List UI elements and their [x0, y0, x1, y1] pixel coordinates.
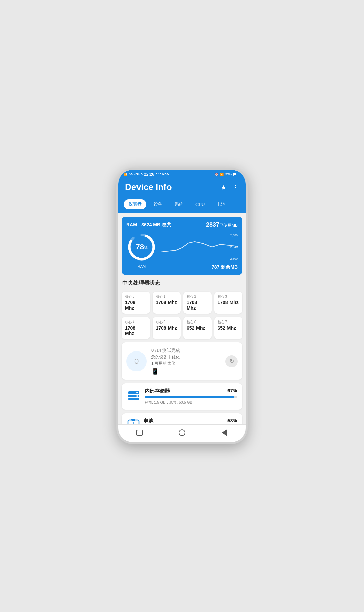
- signal-icon: 📶: [124, 173, 127, 176]
- opt-phone-icon: 📱: [151, 368, 221, 375]
- battery-card: 电池 53% 电压: 3684mV，温度: 26 °C: [122, 413, 242, 424]
- ram-header: RAM - 3624 MB 总共 2837已使用MB: [126, 221, 238, 228]
- cpu-core-2: 核心 2 1708Mhz: [183, 292, 212, 314]
- ram-used: 2837已使用MB: [206, 221, 238, 228]
- recent-apps-button[interactable]: [135, 428, 144, 437]
- svg-point-5: [136, 392, 138, 393]
- ram-body: 78% RAM 2,880 2,840 2,800: [126, 232, 238, 262]
- cpu-core-6: 核心 6 652 Mhz: [183, 317, 212, 339]
- cpu-core-3: 核心 3 1708 Mhz: [214, 292, 243, 314]
- ram-gauge: 78% RAM: [126, 232, 157, 262]
- favorite-icon[interactable]: ★: [221, 183, 227, 191]
- svg-rect-4: [128, 398, 139, 400]
- battery-pct: 53%: [225, 173, 232, 176]
- svg-point-6: [136, 395, 138, 397]
- network-type: 4G: [129, 173, 133, 176]
- storage-name: 内部存储器 97%: [145, 388, 237, 394]
- storage-info: 内部存储器 97% 释放: 1.5 GB，总共: 50.5 GB: [145, 388, 237, 405]
- battery-name: 电池 53%: [143, 418, 237, 424]
- cpu-section-title: 中央处理器状态: [122, 278, 242, 288]
- tab-device[interactable]: 设备: [149, 199, 167, 209]
- opt-desc2: 1 可用的优化: [151, 361, 221, 366]
- opt-info: 0 /14 测试完成 您的设备未优化 1 可用的优化 📱: [151, 347, 221, 375]
- cpu-core-1: 核心 1 1708 Mhz: [153, 292, 181, 314]
- recent-apps-icon: [136, 430, 143, 436]
- status-right: ⏰ 📶 53%: [215, 173, 240, 176]
- battery-icon-large: [127, 418, 139, 424]
- tab-battery[interactable]: 电池: [212, 199, 230, 209]
- ram-chart: 2,880 2,840 2,800: [161, 234, 238, 261]
- alarm-icon: ⏰: [215, 173, 218, 176]
- storage-fill: [145, 396, 234, 398]
- refresh-button[interactable]: ↻: [225, 355, 238, 367]
- status-bar: 📶 4G 4GHD 22:26 0.10 KB/s ⏰ 📶 53%: [118, 170, 246, 178]
- tab-bar: 仪表盘 设备 系统 CPU 电池: [118, 196, 246, 213]
- home-button[interactable]: [177, 428, 187, 437]
- tab-cpu[interactable]: CPU: [191, 200, 209, 209]
- optimization-card: 0 0 /14 测试完成 您的设备未优化 1 可用的优化 📱 ↻: [122, 342, 242, 380]
- cpu-core-7: 核心 7 652 Mhz: [214, 317, 243, 339]
- cpu-core-0: 核心 0 1708Mhz: [122, 292, 150, 314]
- battery-indicator: [233, 173, 240, 176]
- ram-percent: 78%: [135, 243, 147, 251]
- svg-marker-10: [132, 421, 135, 424]
- tab-dashboard[interactable]: 仪表盘: [124, 199, 146, 209]
- speed-display: 0.10 KB/s: [156, 173, 170, 176]
- more-options-icon[interactable]: ⋮: [232, 183, 239, 191]
- back-button[interactable]: [220, 428, 229, 437]
- ram-card: RAM - 3624 MB 总共 2837已使用MB 78%: [122, 217, 242, 275]
- network-hd: 4GHD: [134, 173, 143, 176]
- opt-score-circle: 0: [126, 351, 147, 371]
- svg-rect-8: [131, 419, 135, 421]
- header-icons: ★ ⋮: [221, 183, 239, 191]
- cpu-grid-row1: 核心 0 1708Mhz 核心 1 1708 Mhz 核心 2 1708Mhz …: [122, 292, 242, 314]
- battery-row: 电池 53% 电压: 3684mV，温度: 26 °C: [127, 418, 237, 424]
- opt-desc1: 您的设备未优化: [151, 354, 221, 360]
- main-content: RAM - 3624 MB 总共 2837已使用MB 78%: [118, 213, 246, 424]
- storage-sub: 释放: 1.5 GB，总共: 50.5 GB: [145, 400, 237, 405]
- storage-card: 内部存储器 97% 释放: 1.5 GB，总共: 50.5 GB: [122, 383, 242, 410]
- bottom-nav: [118, 424, 246, 442]
- storage-row: 内部存储器 97% 释放: 1.5 GB，总共: 50.5 GB: [127, 388, 237, 405]
- wifi-icon: 📶: [220, 173, 224, 176]
- time-display: 22:26: [144, 172, 154, 177]
- status-left: 📶 4G 4GHD 22:26 0.10 KB/s: [124, 172, 169, 177]
- app-header: Device Info ★ ⋮: [118, 178, 246, 196]
- storage-icon: [127, 389, 141, 404]
- back-icon: [222, 429, 227, 436]
- cpu-core-4: 核心 4 1708Mhz: [122, 317, 150, 339]
- cpu-grid-row2: 核心 4 1708Mhz 核心 5 1708 Mhz 核心 6 652 Mhz …: [122, 317, 242, 339]
- battery-info: 电池 53% 电压: 3684mV，温度: 26 °C: [143, 418, 237, 424]
- ram-label: RAM: [126, 264, 157, 268]
- storage-progress: [145, 396, 237, 398]
- app-title: Device Info: [125, 182, 172, 192]
- ram-title: RAM - 3624 MB 总共: [126, 222, 171, 228]
- chart-labels: 2,880 2,840 2,800: [230, 234, 238, 261]
- phone-frame: 📶 4G 4GHD 22:26 0.10 KB/s ⏰ 📶 53% Device…: [116, 168, 248, 444]
- cpu-core-5: 核心 5 1708 Mhz: [153, 317, 181, 339]
- home-icon: [179, 429, 185, 436]
- tab-system[interactable]: 系统: [170, 199, 188, 209]
- opt-count: 0 /14 测试完成: [151, 347, 221, 354]
